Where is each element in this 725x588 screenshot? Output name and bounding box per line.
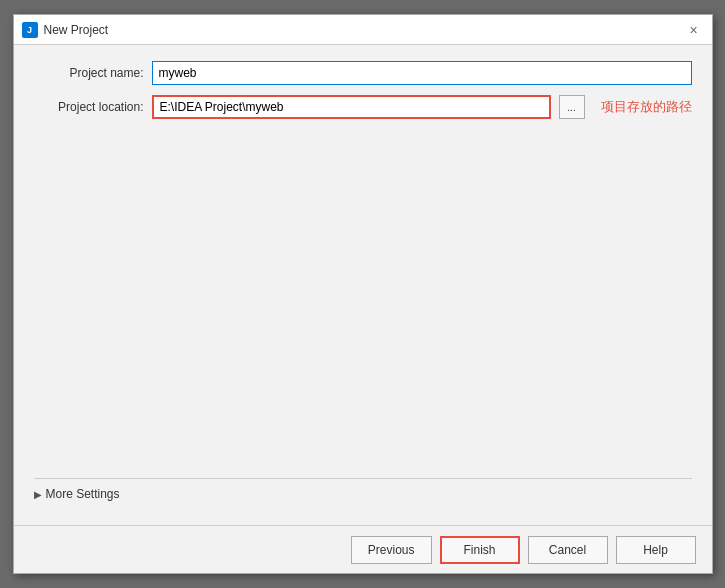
title-bar-left: J New Project (22, 22, 109, 38)
dialog-title: New Project (44, 23, 109, 37)
previous-button[interactable]: Previous (351, 536, 432, 564)
dialog-body: Project name: Project location: ... 项目存放… (14, 45, 712, 525)
dialog-footer: Previous Finish Cancel Help (14, 525, 712, 573)
project-name-input[interactable] (152, 61, 692, 85)
content-area (34, 129, 692, 468)
new-project-dialog: J New Project × Project name: Project lo… (13, 14, 713, 574)
location-annotation: 项目存放的路径 (601, 98, 692, 116)
project-name-label: Project name: (34, 66, 144, 80)
project-location-input[interactable] (152, 95, 551, 119)
finish-button[interactable]: Finish (440, 536, 520, 564)
help-button[interactable]: Help (616, 536, 696, 564)
cancel-button[interactable]: Cancel (528, 536, 608, 564)
more-settings-arrow: ▶ (34, 489, 42, 500)
close-button[interactable]: × (684, 20, 704, 40)
dialog-icon: J (22, 22, 38, 38)
title-bar: J New Project × (14, 15, 712, 45)
project-location-row: Project location: ... 项目存放的路径 (34, 95, 692, 119)
more-settings-label: More Settings (46, 487, 120, 501)
project-location-label: Project location: (34, 100, 144, 114)
more-settings[interactable]: ▶ More Settings (34, 478, 692, 509)
project-name-row: Project name: (34, 61, 692, 85)
browse-button[interactable]: ... (559, 95, 585, 119)
